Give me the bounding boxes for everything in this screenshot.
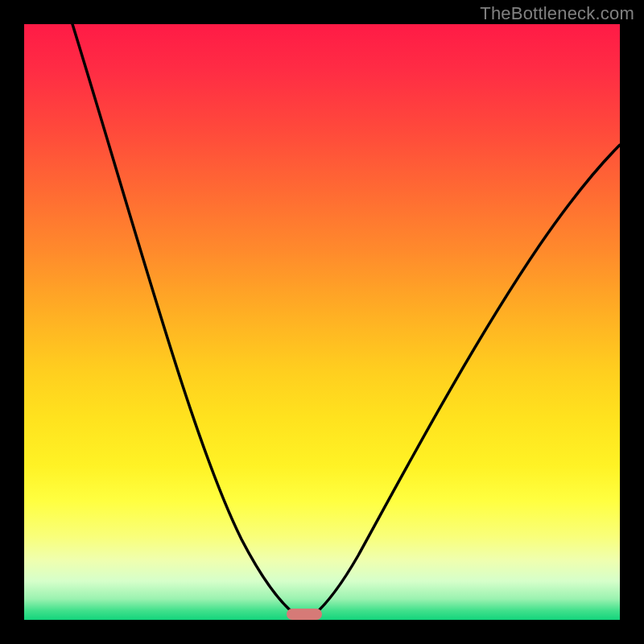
curve-path xyxy=(72,24,620,618)
watermark-text: TheBottleneck.com xyxy=(480,3,634,24)
chart-frame: TheBottleneck.com xyxy=(0,0,644,644)
optimal-point-marker xyxy=(287,609,322,620)
bottleneck-curve xyxy=(24,24,620,620)
plot-area xyxy=(24,24,620,620)
